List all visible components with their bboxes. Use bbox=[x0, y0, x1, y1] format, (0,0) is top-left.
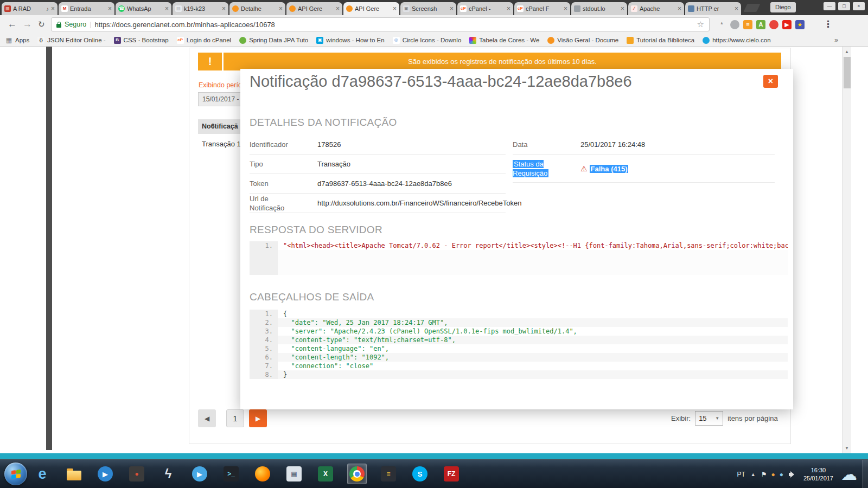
bookmark-login-do-cpanel[interactable]: cPLogin do cPanel bbox=[177, 37, 231, 44]
bookmark-https-www-cielo-con[interactable]: https://www.cielo.con bbox=[703, 37, 770, 44]
scroll-up-icon[interactable]: ▲ bbox=[843, 49, 851, 54]
filezilla-icon[interactable]: FZ bbox=[442, 464, 461, 484]
media-app-icon[interactable]: ● bbox=[127, 464, 146, 484]
tab-close-icon[interactable]: × bbox=[621, 5, 624, 12]
scrollbar-thumb[interactable] bbox=[844, 57, 851, 88]
maximize-button[interactable]: □ bbox=[838, 2, 850, 10]
tab-a-rad[interactable]: ▦A RAD♪× bbox=[2, 2, 58, 15]
gray-circle-extension-icon[interactable] bbox=[730, 20, 739, 29]
explorer-folder-icon[interactable] bbox=[64, 464, 84, 484]
tab-close-icon[interactable]: × bbox=[735, 5, 738, 12]
tab-detalhe[interactable]: Detalhe× bbox=[229, 2, 285, 15]
tab-entrada[interactable]: MEntrada× bbox=[59, 2, 114, 15]
youtube-extension-icon[interactable]: ▶ bbox=[782, 20, 792, 29]
bookmarks-overflow-icon[interactable]: » bbox=[834, 36, 838, 44]
taskbar-clock[interactable]: 16:30 25/01/2017 bbox=[803, 466, 833, 483]
start-button[interactable] bbox=[4, 463, 27, 485]
skype-icon[interactable]: S bbox=[410, 464, 430, 484]
tab-close-icon[interactable]: × bbox=[564, 5, 567, 12]
browser-menu-icon[interactable]: ⋮ bbox=[824, 18, 833, 30]
minimize-button[interactable]: — bbox=[824, 2, 835, 10]
bookmark-tabela-de-cores-we[interactable]: Tabela de Cores - We bbox=[469, 37, 539, 44]
translate-extension-icon[interactable]: ★ bbox=[795, 20, 805, 29]
table-row[interactable]: Transação 1 bbox=[202, 140, 241, 148]
shield-extension-icon[interactable]: A bbox=[756, 20, 765, 29]
line-number: 1. bbox=[250, 310, 278, 318]
new-tab-button[interactable] bbox=[744, 4, 761, 12]
bookmark-circle-icons-downlo[interactable]: ◎Circle Icons - Downlo bbox=[393, 37, 462, 44]
tab-apache[interactable]: ∕Apache× bbox=[628, 2, 684, 15]
scroll-down-icon[interactable]: ▼ bbox=[843, 446, 851, 451]
tab-close-icon[interactable]: × bbox=[279, 5, 283, 12]
tab-close-icon[interactable]: × bbox=[450, 5, 454, 12]
reload-button[interactable]: ↻ bbox=[38, 20, 45, 29]
show-desktop-button[interactable] bbox=[863, 460, 868, 488]
bag-extension-icon[interactable]: ≡ bbox=[743, 20, 752, 29]
red-circle-extension-icon[interactable] bbox=[769, 20, 778, 29]
page-number-button[interactable]: 1 bbox=[226, 409, 244, 427]
tab-api-gere[interactable]: API Gere× bbox=[286, 2, 342, 15]
tab-cpanel-f[interactable]: cPcPanel F× bbox=[514, 2, 570, 15]
tray-icons: ⚑●● bbox=[761, 471, 783, 478]
firefox-icon[interactable] bbox=[253, 464, 272, 484]
modal-close-button[interactable]: × bbox=[763, 75, 778, 88]
tab-close-icon[interactable]: × bbox=[51, 5, 55, 12]
flag-icon[interactable]: ⚑ bbox=[761, 471, 767, 478]
detail-label: Identificador bbox=[250, 140, 317, 149]
volume-icon[interactable] bbox=[789, 471, 796, 478]
tab-close-icon[interactable]: × bbox=[165, 5, 169, 12]
cpanel-favicon: cP bbox=[460, 5, 467, 12]
calculator-icon[interactable]: ▦ bbox=[284, 464, 304, 484]
code-text: "<html><head><title>Apache Tomcat/7.0.62… bbox=[278, 241, 788, 250]
tab-stdout-lo[interactable]: stdout.lo× bbox=[571, 2, 627, 15]
bookmark-json-editor-online[interactable]: {}JSON Editor Online - bbox=[37, 37, 105, 44]
forward-button[interactable]: → bbox=[23, 19, 32, 30]
chrome-icon[interactable] bbox=[347, 464, 367, 484]
banner-warning-icon: ! bbox=[198, 53, 222, 70]
bookmark-css-bootstrap[interactable]: BCSS · Bootstrap bbox=[114, 37, 169, 44]
tray-chevron-icon[interactable]: ▲ bbox=[751, 472, 756, 477]
back-button[interactable]: ← bbox=[8, 19, 17, 30]
weather-cloud-icon[interactable]: ☁ bbox=[841, 466, 857, 483]
internet-explorer-icon[interactable]: e bbox=[33, 464, 52, 484]
language-indicator[interactable]: PT bbox=[737, 471, 745, 478]
url-text[interactable]: https://docs.gerencianet.com.br/minhas-a… bbox=[94, 21, 693, 29]
prev-page-button[interactable]: ◀ bbox=[198, 409, 216, 427]
tab-screensh[interactable]: ▣Screensh× bbox=[400, 2, 456, 15]
address-bar[interactable]: Seguro | https://docs.gerencianet.com.br… bbox=[51, 17, 710, 31]
tab-close-icon[interactable]: × bbox=[336, 5, 340, 12]
next-page-button[interactable]: ▶ bbox=[249, 409, 267, 427]
date-range-input[interactable]: 15/01/2017 - bbox=[198, 92, 241, 106]
tab-title: HTTP er bbox=[697, 5, 732, 12]
close-window-button[interactable]: × bbox=[853, 2, 865, 10]
page-scrollbar[interactable]: ▲ ▼ bbox=[842, 47, 851, 453]
tab-close-icon[interactable]: × bbox=[507, 5, 510, 12]
tab-close-icon[interactable]: × bbox=[393, 5, 397, 12]
tab-close-icon[interactable]: × bbox=[222, 5, 226, 12]
status-blue-icon[interactable]: ● bbox=[780, 471, 783, 478]
bookmark-windows-how-to-en[interactable]: ▣windows - How to En bbox=[316, 37, 384, 44]
tab-close-icon[interactable]: × bbox=[678, 5, 681, 12]
media-player-icon[interactable]: ▶ bbox=[95, 464, 115, 484]
profile-badge[interactable]: Diego bbox=[770, 2, 796, 12]
asterisk-extension-icon[interactable]: * bbox=[717, 20, 726, 29]
tab-api-gere[interactable]: API Gere× bbox=[343, 2, 399, 15]
detail-label: Token bbox=[250, 179, 317, 188]
apps-shortcut[interactable]: ▦ Apps bbox=[5, 37, 29, 44]
tab-cpanel[interactable]: cPcPanel -× bbox=[457, 2, 513, 15]
bookmark-spring-data-jpa-tuto[interactable]: Spring Data JPA Tuto bbox=[239, 37, 308, 44]
bookmark-star-icon[interactable]: ☆ bbox=[697, 20, 704, 29]
java-ide-icon[interactable]: ≡ bbox=[379, 464, 398, 484]
excel-icon[interactable]: X bbox=[316, 464, 335, 484]
tab-http-er[interactable]: HTTP er× bbox=[685, 2, 741, 15]
status-orange-icon[interactable]: ● bbox=[771, 471, 775, 478]
tab-whatsap[interactable]: ☎WhatsAp× bbox=[116, 2, 171, 15]
lightning-icon[interactable]: ϟ bbox=[158, 464, 178, 484]
tab-k19-k23[interactable]: ▤k19-k23× bbox=[173, 2, 228, 15]
bookmark-vis-o-geral-docume[interactable]: Visão Geral - Docume bbox=[547, 37, 618, 44]
bookmark-tutorial-da-biblioteca[interactable]: Tutorial da Biblioteca bbox=[627, 37, 694, 44]
items-per-page-select[interactable]: 15 ▼ bbox=[695, 411, 723, 426]
tab-close-icon[interactable]: × bbox=[108, 5, 112, 12]
player-icon[interactable]: ▶ bbox=[190, 464, 209, 484]
terminal-icon[interactable]: >_ bbox=[221, 464, 241, 484]
